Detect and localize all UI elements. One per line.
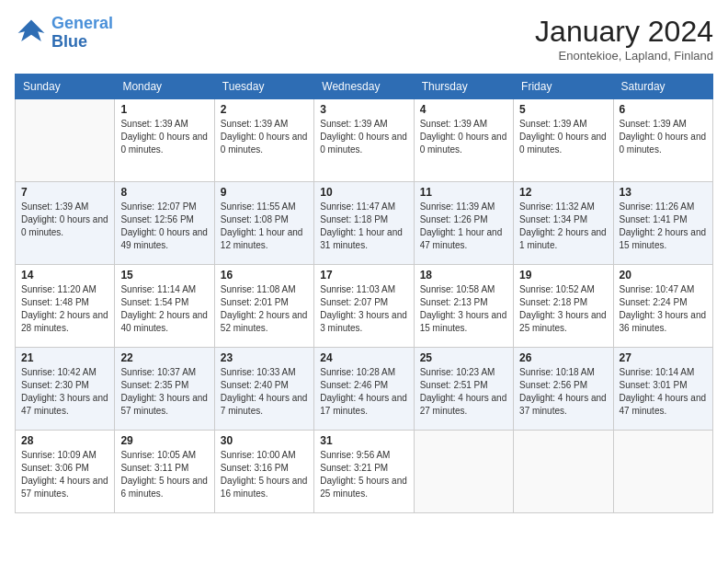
day-info: Sunset: 1:39 AMDaylight: 0 hours and 0 m…: [320, 118, 407, 156]
logo-icon: [15, 17, 48, 50]
day-info: Sunrise: 10:00 AMSunset: 3:16 PMDaylight…: [221, 449, 308, 500]
calendar-cell: 22Sunrise: 10:37 AMSunset: 2:35 PMDaylig…: [115, 348, 214, 431]
day-number: 9: [221, 186, 308, 199]
day-number: 29: [120, 434, 208, 447]
title-block: January 2024 Enontekioe, Lapland, Finlan…: [535, 15, 713, 63]
day-number: 5: [519, 103, 607, 116]
calendar-table: SundayMondayTuesdayWednesdayThursdayFrid…: [15, 74, 713, 513]
calendar-cell: 13Sunrise: 11:26 AMSunset: 1:41 PMDaylig…: [613, 182, 712, 265]
logo-text: General Blue: [51, 15, 113, 52]
calendar-cell: 31Sunrise: 9:56 AMSunset: 3:21 PMDayligh…: [314, 431, 414, 513]
calendar-cell: [613, 431, 712, 513]
day-number: 21: [21, 351, 108, 364]
calendar-cell: 21Sunrise: 10:42 AMSunset: 2:30 PMDaylig…: [16, 348, 115, 431]
page-header: General Blue January 2024 Enontekioe, La…: [15, 15, 713, 63]
day-info: Sunrise: 11:03 AMSunset: 2:07 PMDaylight…: [320, 283, 407, 335]
day-number: 7: [21, 186, 108, 199]
day-info: Sunrise: 10:28 AMSunset: 2:46 PMDaylight…: [320, 366, 407, 418]
day-number: 17: [320, 269, 407, 282]
col-header-tuesday: Tuesday: [214, 75, 313, 99]
calendar-cell: 26Sunrise: 10:18 AMSunset: 2:56 PMDaylig…: [514, 348, 613, 431]
day-info: Sunrise: 10:09 AMSunset: 3:06 PMDaylight…: [21, 449, 108, 500]
calendar-cell: 4Sunset: 1:39 AMDaylight: 0 hours and 0 …: [414, 99, 513, 182]
location-subtitle: Enontekioe, Lapland, Finland: [535, 49, 713, 63]
col-header-saturday: Saturday: [613, 75, 712, 99]
calendar-cell: 2Sunset: 1:39 AMDaylight: 0 hours and 0 …: [214, 99, 313, 182]
day-info: Sunset: 1:39 AMDaylight: 0 hours and 0 m…: [620, 118, 707, 156]
day-info: Sunrise: 11:39 AMSunset: 1:26 PMDaylight…: [420, 201, 507, 252]
day-number: 16: [221, 269, 308, 282]
day-number: 20: [620, 269, 707, 282]
day-number: 14: [21, 269, 108, 282]
calendar-cell: 12Sunrise: 11:32 AMSunset: 1:34 PMDaylig…: [514, 182, 613, 265]
day-number: 26: [519, 351, 607, 364]
calendar-week-row: 7Sunset: 1:39 AMDaylight: 0 hours and 0 …: [16, 182, 713, 265]
calendar-cell: 25Sunrise: 10:23 AMSunset: 2:51 PMDaylig…: [414, 348, 513, 431]
day-info: Sunset: 1:39 AMDaylight: 0 hours and 0 m…: [420, 118, 507, 156]
calendar-cell: 5Sunset: 1:39 AMDaylight: 0 hours and 0 …: [514, 99, 613, 182]
day-number: 30: [221, 434, 308, 447]
day-number: 15: [120, 269, 208, 282]
day-number: 3: [320, 103, 407, 116]
calendar-cell: 19Sunrise: 10:52 AMSunset: 2:18 PMDaylig…: [514, 265, 613, 348]
calendar-cell: 28Sunrise: 10:09 AMSunset: 3:06 PMDaylig…: [16, 431, 115, 513]
calendar-cell: [514, 431, 613, 513]
day-number: 12: [519, 186, 607, 199]
calendar-cell: 3Sunset: 1:39 AMDaylight: 0 hours and 0 …: [314, 99, 414, 182]
day-info: Sunset: 1:39 AMDaylight: 0 hours and 0 m…: [120, 118, 208, 156]
calendar-cell: 10Sunrise: 11:47 AMSunset: 1:18 PMDaylig…: [314, 182, 414, 265]
calendar-cell: 20Sunrise: 10:47 AMSunset: 2:24 PMDaylig…: [613, 265, 712, 348]
calendar-cell: 15Sunrise: 11:14 AMSunset: 1:54 PMDaylig…: [115, 265, 214, 348]
day-info: Sunrise: 10:33 AMSunset: 2:40 PMDaylight…: [221, 366, 308, 418]
day-info: Sunrise: 11:20 AMSunset: 1:48 PMDaylight…: [21, 283, 108, 335]
calendar-header-row: SundayMondayTuesdayWednesdayThursdayFrid…: [16, 75, 713, 99]
day-number: 1: [120, 103, 208, 116]
calendar-week-row: 21Sunrise: 10:42 AMSunset: 2:30 PMDaylig…: [16, 348, 713, 431]
day-number: 8: [120, 186, 208, 199]
col-header-sunday: Sunday: [16, 75, 115, 99]
logo: General Blue: [15, 15, 113, 52]
calendar-cell: 7Sunset: 1:39 AMDaylight: 0 hours and 0 …: [16, 182, 115, 265]
day-info: Sunset: 1:39 AMDaylight: 0 hours and 0 m…: [221, 118, 308, 156]
day-number: 24: [320, 351, 407, 364]
col-header-thursday: Thursday: [414, 75, 513, 99]
day-number: 31: [320, 434, 407, 447]
day-number: 18: [420, 269, 507, 282]
day-info: Sunrise: 10:05 AMSunset: 3:11 PMDaylight…: [120, 449, 208, 500]
day-number: 2: [221, 103, 308, 116]
col-header-monday: Monday: [115, 75, 214, 99]
calendar-cell: 24Sunrise: 10:28 AMSunset: 2:46 PMDaylig…: [314, 348, 414, 431]
calendar-week-row: 14Sunrise: 11:20 AMSunset: 1:48 PMDaylig…: [16, 265, 713, 348]
day-number: 11: [420, 186, 507, 199]
calendar-cell: 8Sunrise: 12:07 PMSunset: 12:56 PMDaylig…: [115, 182, 214, 265]
day-number: 27: [620, 351, 707, 364]
day-info: Sunrise: 10:52 AMSunset: 2:18 PMDaylight…: [519, 283, 607, 335]
month-title: January 2024: [535, 15, 713, 49]
calendar-cell: 14Sunrise: 11:20 AMSunset: 1:48 PMDaylig…: [16, 265, 115, 348]
calendar-week-row: 1Sunset: 1:39 AMDaylight: 0 hours and 0 …: [16, 99, 713, 182]
day-number: 28: [21, 434, 108, 447]
day-number: 6: [620, 103, 707, 116]
calendar-cell: [16, 99, 115, 182]
calendar-cell: 29Sunrise: 10:05 AMSunset: 3:11 PMDaylig…: [115, 431, 214, 513]
day-number: 4: [420, 103, 507, 116]
col-header-wednesday: Wednesday: [314, 75, 414, 99]
calendar-cell: 1Sunset: 1:39 AMDaylight: 0 hours and 0 …: [115, 99, 214, 182]
day-number: 19: [519, 269, 607, 282]
day-number: 22: [120, 351, 208, 364]
day-number: 13: [620, 186, 707, 199]
day-info: Sunrise: 10:47 AMSunset: 2:24 PMDaylight…: [620, 283, 707, 335]
calendar-cell: 27Sunrise: 10:14 AMSunset: 3:01 PMDaylig…: [613, 348, 712, 431]
day-info: Sunset: 1:39 AMDaylight: 0 hours and 0 m…: [519, 118, 607, 156]
day-info: Sunrise: 10:23 AMSunset: 2:51 PMDaylight…: [420, 366, 507, 418]
calendar-cell: 11Sunrise: 11:39 AMSunset: 1:26 PMDaylig…: [414, 182, 513, 265]
calendar-cell: 17Sunrise: 11:03 AMSunset: 2:07 PMDaylig…: [314, 265, 414, 348]
calendar-cell: 6Sunset: 1:39 AMDaylight: 0 hours and 0 …: [613, 99, 712, 182]
calendar-cell: 9Sunrise: 11:55 AMSunset: 1:08 PMDayligh…: [214, 182, 313, 265]
day-info: Sunrise: 11:08 AMSunset: 2:01 PMDaylight…: [221, 283, 308, 335]
calendar-cell: [414, 431, 513, 513]
calendar-cell: 23Sunrise: 10:33 AMSunset: 2:40 PMDaylig…: [214, 348, 313, 431]
day-info: Sunrise: 10:18 AMSunset: 2:56 PMDaylight…: [519, 366, 607, 418]
day-info: Sunrise: 9:56 AMSunset: 3:21 PMDaylight:…: [320, 449, 407, 500]
svg-marker-0: [18, 19, 45, 40]
